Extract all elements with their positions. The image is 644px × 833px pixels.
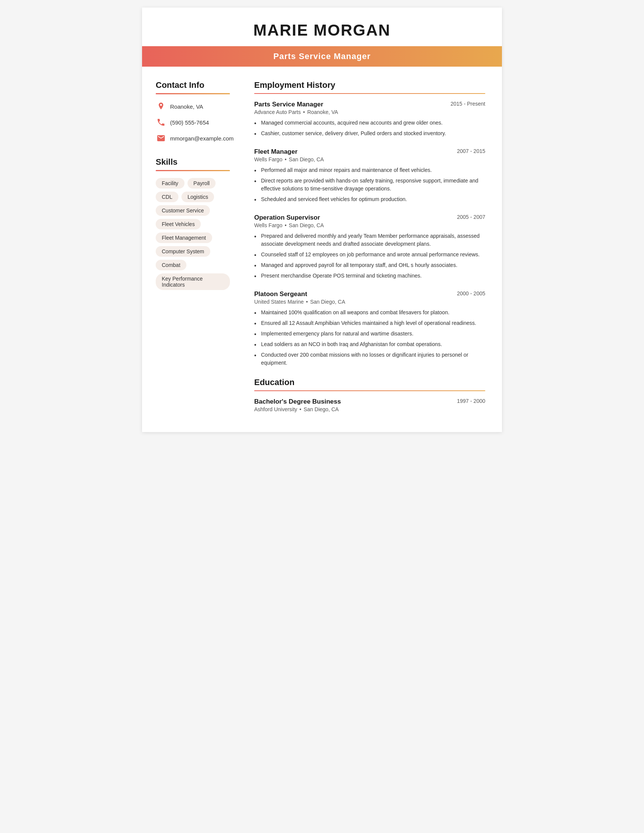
education-section-title: Education: [254, 378, 485, 388]
job-bullet-item: Lead soldiers as an NCO in both Iraq and…: [254, 340, 485, 348]
employment-section-title: Employment History: [254, 80, 485, 90]
employment-entry: Operation Supervisor2005 - 2007Wells Far…: [254, 214, 485, 280]
resume-header: MARIE MORGAN: [142, 8, 502, 39]
job-bullets: Prepared and delivered monthly and yearl…: [254, 232, 485, 280]
skill-tag: Facility: [156, 178, 185, 188]
location-text: Roanoke, VA: [170, 103, 203, 110]
education-divider: [254, 391, 485, 391]
job-bullet-item: Managed and approved payroll for all tem…: [254, 261, 485, 269]
job-bullet-item: Prepared and delivered monthly and yearl…: [254, 232, 485, 248]
job-title: Fleet Manager: [254, 148, 297, 156]
edu-header: Bachelor's Degree Business1997 - 2000: [254, 398, 485, 405]
sidebar: Contact Info Roanoke, VA: [142, 80, 241, 418]
contact-email: mmorgan@example.com: [156, 133, 230, 143]
job-bullet-item: Cashier, customer service, delivery driv…: [254, 130, 485, 137]
candidate-name: MARIE MORGAN: [142, 21, 502, 39]
job-bullet-item: Implemented emergency plans for natural …: [254, 330, 485, 338]
job-title: Platoon Sergeant: [254, 290, 307, 298]
job-company: United States Marine•San Diego, CA: [254, 299, 485, 305]
skills-section: Skills FacilityPayrollCDLLogisticsCustom…: [156, 157, 230, 290]
candidate-title: Parts Service Manager: [273, 51, 370, 61]
employment-entry: Fleet Manager2007 - 2015Wells Fargo•San …: [254, 148, 485, 203]
contact-location: Roanoke, VA: [156, 101, 230, 112]
phone-icon: [156, 117, 166, 128]
job-header: Platoon Sergeant2000 - 2005: [254, 290, 485, 298]
resume-container: MARIE MORGAN Parts Service Manager Conta…: [142, 8, 502, 432]
skills-section-title: Skills: [156, 157, 230, 167]
employment-divider: [254, 93, 485, 94]
skill-tag: Fleet Vehicles: [156, 219, 201, 230]
job-header: Operation Supervisor2005 - 2007: [254, 214, 485, 222]
skill-tag: Fleet Management: [156, 233, 212, 243]
job-dates: 2007 - 2015: [457, 148, 485, 154]
contact-divider: [156, 93, 230, 94]
education-entry: Bachelor's Degree Business1997 - 2000Ash…: [254, 398, 485, 412]
employment-list: Parts Service Manager2015 - PresentAdvan…: [254, 101, 485, 367]
main-content: Employment History Parts Service Manager…: [241, 80, 502, 418]
skill-tag: Combat: [156, 260, 187, 270]
job-bullet-item: Scheduled and serviced fleet vehicles fo…: [254, 195, 485, 203]
email-icon: [156, 133, 166, 143]
location-icon: [156, 101, 166, 112]
skills-divider: [156, 170, 230, 171]
contact-phone: (590) 555-7654: [156, 117, 230, 128]
job-bullets: Maintained 100% qualification on all wea…: [254, 309, 485, 367]
resume-body: Contact Info Roanoke, VA: [142, 67, 502, 432]
job-bullets: Performed all major and minor repairs an…: [254, 166, 485, 203]
edu-school: Ashford University•San Diego, CA: [254, 406, 485, 412]
job-dates: 2005 - 2007: [457, 214, 485, 220]
skill-tag: Logistics: [182, 191, 214, 202]
employment-section: Employment History Parts Service Manager…: [254, 80, 485, 367]
skill-tag: Customer Service: [156, 205, 210, 216]
job-bullet-item: Conducted over 200 combat missions with …: [254, 351, 485, 367]
job-title: Operation Supervisor: [254, 214, 320, 222]
job-dates: 2000 - 2005: [457, 290, 485, 296]
skill-tag: Key Performance Indicators: [156, 273, 230, 290]
job-bullet-item: Ensured all 12 Assault Amphibian Vehicle…: [254, 319, 485, 327]
phone-text: (590) 555-7654: [170, 119, 209, 126]
skill-tag: CDL: [156, 191, 179, 202]
edu-degree: Bachelor's Degree Business: [254, 398, 341, 405]
employment-entry: Parts Service Manager2015 - PresentAdvan…: [254, 101, 485, 137]
job-dates: 2015 - Present: [451, 101, 485, 107]
job-bullet-item: Present merchandise Operate POS terminal…: [254, 272, 485, 280]
contact-section: Contact Info Roanoke, VA: [156, 80, 230, 143]
education-section: Education Bachelor's Degree Business1997…: [254, 378, 485, 412]
job-bullet-item: Direct reports are provided with hands-o…: [254, 177, 485, 193]
job-header: Parts Service Manager2015 - Present: [254, 101, 485, 108]
education-list: Bachelor's Degree Business1997 - 2000Ash…: [254, 398, 485, 412]
title-bar: Parts Service Manager: [142, 46, 502, 67]
skill-tags-container: FacilityPayrollCDLLogisticsCustomer Serv…: [156, 178, 230, 290]
job-bullets: Managed commercial accounts, acquired ne…: [254, 119, 485, 137]
job-company: Wells Fargo•San Diego, CA: [254, 156, 485, 162]
email-text: mmorgan@example.com: [170, 135, 234, 142]
job-bullet-item: Managed commercial accounts, acquired ne…: [254, 119, 485, 127]
skill-tag: Payroll: [188, 178, 216, 188]
job-header: Fleet Manager2007 - 2015: [254, 148, 485, 156]
job-bullet-item: Maintained 100% qualification on all wea…: [254, 309, 485, 317]
skill-tag: Computer System: [156, 246, 210, 257]
employment-entry: Platoon Sergeant2000 - 2005United States…: [254, 290, 485, 367]
job-title: Parts Service Manager: [254, 101, 323, 108]
job-company: Wells Fargo•San Diego, CA: [254, 222, 485, 228]
job-company: Advance Auto Parts•Roanoke, VA: [254, 109, 485, 115]
contact-section-title: Contact Info: [156, 80, 230, 90]
job-bullet-item: Counseled staff of 12 employees on job p…: [254, 251, 485, 259]
edu-dates: 1997 - 2000: [457, 398, 485, 404]
job-bullet-item: Performed all major and minor repairs an…: [254, 166, 485, 174]
